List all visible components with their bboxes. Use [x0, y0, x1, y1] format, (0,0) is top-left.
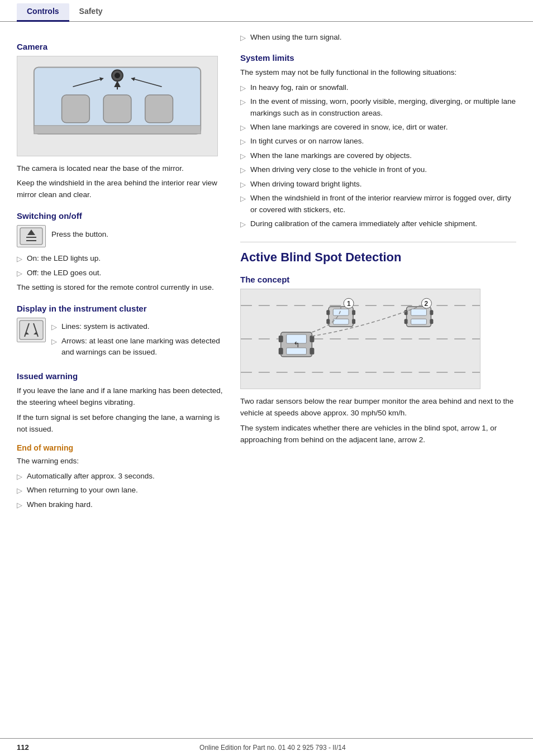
- svg-rect-38: [430, 310, 433, 315]
- issued-warning-body2: If the turn signal is set before changin…: [17, 412, 223, 436]
- switching-title: Switching on/off: [17, 211, 223, 221]
- svg-rect-30: [310, 336, 314, 342]
- system-limits-body: The system may not be fully functional i…: [240, 67, 516, 79]
- sl-arrow-7: ▷: [240, 179, 246, 190]
- switch-press-text: Press the button.: [51, 229, 108, 241]
- top-bullet: ▷ When using the turn signal.: [240, 32, 516, 44]
- camera-illustration: [17, 56, 217, 156]
- svg-rect-31: [279, 348, 283, 355]
- footer: 112 Online Edition for Part no. 01 40 2 …: [0, 738, 533, 756]
- eow-arrow-2: ▷: [17, 485, 22, 496]
- eow-arrow-1: ▷: [17, 471, 22, 482]
- sl-arrow-5: ▷: [240, 151, 246, 162]
- blindspot-illustration: ↰ 2: [241, 289, 480, 389]
- right-column: ▷ When using the turn signal. System lim…: [240, 32, 516, 514]
- bullet-off: ▷ Off: the LED goes out.: [17, 267, 223, 279]
- sl-arrow-1: ▷: [240, 83, 246, 94]
- camera-body1: The camera is located near the base of t…: [17, 163, 223, 175]
- svg-rect-37: [404, 310, 408, 315]
- top-bullet-list: ▷ When using the turn signal.: [240, 32, 516, 44]
- svg-rect-29: [279, 336, 283, 342]
- svg-text:↰: ↰: [293, 340, 300, 349]
- concept-body1: Two radar sensors below the rear bumper …: [240, 396, 516, 419]
- sl-bullet-9: ▷ During calibration of the camera immed…: [240, 218, 516, 230]
- top-bullet-arrow: ▷: [240, 32, 246, 44]
- sl-arrow-3: ▷: [240, 122, 246, 133]
- eow-bullet-3: ▷ When braking hard.: [17, 499, 223, 511]
- header-nav: Controls Safety: [0, 0, 533, 22]
- sl-bullet-3: ▷ When lane markings are covered in snow…: [240, 122, 516, 133]
- sl-bullet-1: ▷ In heavy fog, rain or snowfall.: [240, 82, 516, 94]
- cluster-bullet-1: ▷ Lines: system is activated.: [51, 321, 223, 333]
- svg-rect-44: [333, 309, 349, 316]
- svg-rect-39: [404, 319, 408, 324]
- sl-arrow-9: ▷: [240, 219, 246, 230]
- sl-bullet-8: ▷ When the windshield in front of the in…: [240, 193, 516, 216]
- svg-rect-4: [145, 95, 173, 123]
- cluster-icon: [17, 318, 46, 342]
- switch-row: Press the button.: [17, 225, 223, 247]
- svg-rect-2: [62, 95, 90, 123]
- sl-bullet-7: ▷ When driving toward bright lights.: [240, 179, 516, 190]
- tab-controls[interactable]: Controls: [17, 3, 69, 22]
- svg-rect-5: [34, 125, 201, 133]
- sl-bullet-2: ▷ In the event of missing, worn, poorly …: [240, 96, 516, 119]
- svg-text:1: 1: [347, 300, 351, 308]
- svg-rect-47: [352, 310, 355, 315]
- sl-bullet-6: ▷ When driving very close to the vehicle…: [240, 164, 516, 176]
- sl-arrow-8: ▷: [240, 193, 246, 204]
- system-limits-title: System limits: [240, 53, 516, 63]
- sl-bullet-5: ▷ When the lane markings are covered by …: [240, 150, 516, 162]
- svg-rect-17: [20, 320, 43, 339]
- cluster-svg: [19, 320, 44, 340]
- camera-title: Camera: [17, 42, 223, 51]
- svg-rect-36: [411, 319, 427, 325]
- sl-arrow-6: ▷: [240, 165, 246, 176]
- svg-rect-40: [430, 319, 433, 324]
- camera-image: [17, 56, 218, 156]
- bullet-arrow-1: ▷: [17, 253, 22, 265]
- switch-icon-svg: [20, 227, 43, 245]
- switch-button-icon: [17, 225, 46, 247]
- svg-rect-3: [103, 95, 131, 123]
- sl-arrow-2: ▷: [240, 97, 246, 108]
- page-number: 112: [17, 743, 29, 752]
- abs-large-title: Active Blind Spot Detection: [240, 242, 516, 265]
- bullet-on: ▷ On: the LED lights up.: [17, 253, 223, 265]
- eow-bullet-1: ▷ Automatically after approx. 3 seconds.: [17, 471, 223, 482]
- cluster-bullet-2: ▷ Arrows: at least one lane marking was …: [51, 336, 223, 358]
- eow-bullet-2: ▷ When returning to your own lane.: [17, 485, 223, 496]
- cluster-arrow-1: ▷: [51, 322, 57, 333]
- display-title: Display in the instrument cluster: [17, 304, 223, 313]
- cluster-arrow-2: ▷: [51, 336, 57, 347]
- page: Controls Safety Camera: [0, 0, 533, 756]
- end-of-warning-body: The warning ends:: [17, 456, 223, 467]
- cluster-bullet-list: ▷ Lines: system is activated. ▷ Arrows: …: [51, 321, 223, 358]
- switching-bullets: ▷ On: the LED lights up. ▷ Off: the LED …: [17, 253, 223, 279]
- svg-text:2: 2: [424, 300, 428, 308]
- sl-arrow-4: ▷: [240, 136, 246, 147]
- issued-warning-title: Issued warning: [17, 371, 223, 381]
- camera-body2: Keep the windshield in the area behind t…: [17, 178, 223, 201]
- switching-body2: The setting is stored for the remote con…: [17, 282, 223, 294]
- svg-rect-45: [333, 319, 349, 325]
- concept-title: The concept: [240, 275, 516, 284]
- tab-safety[interactable]: Safety: [69, 3, 113, 22]
- svg-rect-32: [310, 348, 314, 355]
- footer-center-text: Online Edition for Part no. 01 40 2 925 …: [199, 744, 346, 752]
- left-column: Camera: [17, 32, 240, 514]
- svg-point-7: [115, 73, 120, 78]
- cluster-row: ▷ Lines: system is activated. ▷ Arrows: …: [17, 318, 223, 361]
- svg-rect-35: [411, 309, 427, 316]
- cluster-bullets: ▷ Lines: system is activated. ▷ Arrows: …: [51, 318, 223, 361]
- main-content: Camera: [0, 22, 533, 525]
- blindspot-image: ↰ 2: [240, 289, 480, 389]
- end-of-warning-bullets: ▷ Automatically after approx. 3 seconds.…: [17, 471, 223, 511]
- concept-body2: The system indicates whether there are v…: [240, 423, 516, 446]
- svg-rect-48: [326, 319, 330, 324]
- svg-rect-49: [352, 319, 355, 324]
- system-limits-bullets: ▷ In heavy fog, rain or snowfall. ▷ In t…: [240, 82, 516, 230]
- bullet-arrow-2: ▷: [17, 268, 22, 279]
- end-of-warning-title: End of warning: [17, 443, 223, 452]
- svg-rect-46: [326, 310, 330, 315]
